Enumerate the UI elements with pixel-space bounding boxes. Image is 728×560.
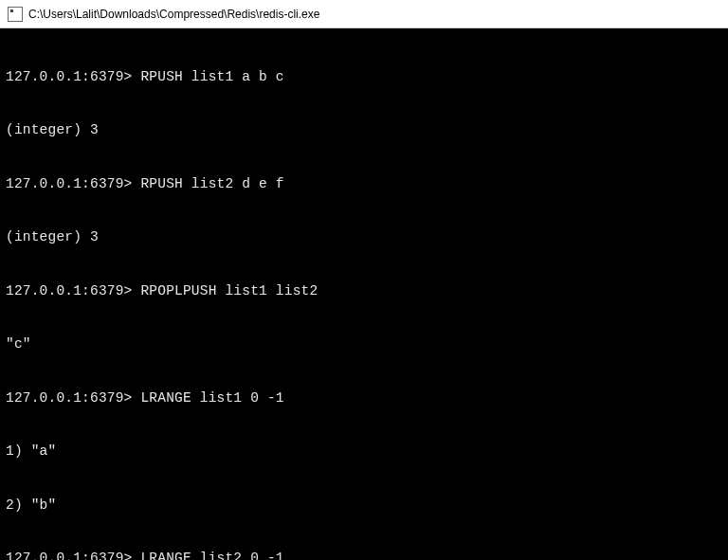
terminal-output[interactable]: 127.0.0.1:6379> RPUSH list1 a b c (integ… [0, 28, 728, 560]
app-window: C:\Users\Lalit\Downloads\Compressed\Redi… [0, 0, 728, 560]
terminal-icon [8, 7, 23, 22]
terminal-line: (integer) 3 [6, 121, 722, 139]
terminal-line: 2) "b" [6, 497, 722, 515]
terminal-line: 127.0.0.1:6379> LRANGE list2 0 -1 [6, 550, 722, 560]
terminal-line: (integer) 3 [6, 228, 722, 246]
terminal-line: 127.0.0.1:6379> LRANGE list1 0 -1 [6, 389, 722, 407]
terminal-line: 127.0.0.1:6379> RPUSH list2 d e f [6, 175, 722, 193]
terminal-line: "c" [6, 335, 722, 353]
window-title: C:\Users\Lalit\Downloads\Compressed\Redi… [28, 8, 319, 21]
terminal-line: 1) "a" [6, 443, 722, 461]
terminal-line: 127.0.0.1:6379> RPOPLPUSH list1 list2 [6, 282, 722, 300]
title-bar[interactable]: C:\Users\Lalit\Downloads\Compressed\Redi… [0, 0, 728, 28]
terminal-line: 127.0.0.1:6379> RPUSH list1 a b c [6, 68, 722, 86]
